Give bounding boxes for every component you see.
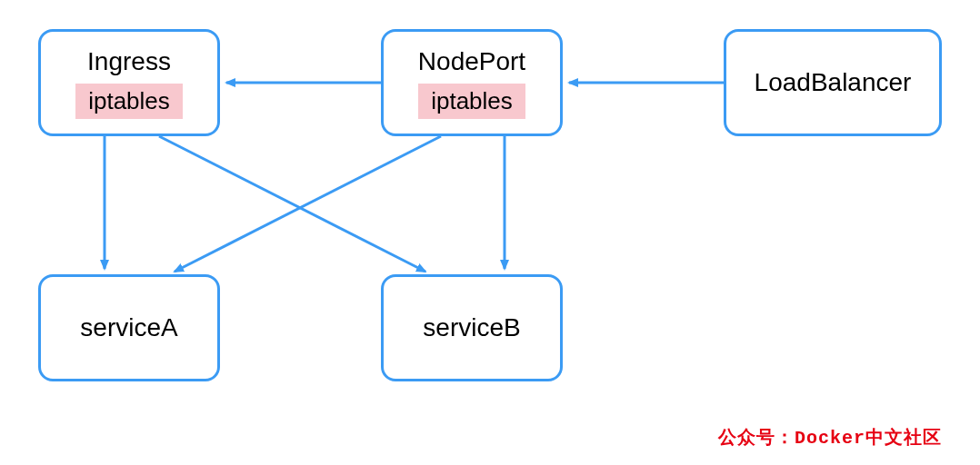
- nodeport-title: NodePort: [418, 47, 525, 76]
- ingress-title: Ingress: [87, 47, 171, 76]
- ingress-iptables-tag: iptables: [75, 84, 183, 119]
- servicea-node: serviceA: [38, 274, 220, 381]
- arrow-ingress-to-serviceb: [159, 136, 425, 272]
- watermark-text: 公众号：Docker中文社区: [718, 425, 942, 450]
- ingress-node: Ingress iptables: [38, 29, 220, 136]
- arrow-nodeport-to-servicea: [175, 136, 441, 272]
- serviceb-title: serviceB: [423, 313, 520, 342]
- nodeport-iptables-tag: iptables: [418, 84, 525, 119]
- nodeport-node: NodePort iptables: [381, 29, 563, 136]
- loadbalancer-title: LoadBalancer: [755, 68, 912, 97]
- servicea-title: serviceA: [80, 313, 177, 342]
- serviceb-node: serviceB: [381, 274, 563, 381]
- loadbalancer-node: LoadBalancer: [724, 29, 942, 136]
